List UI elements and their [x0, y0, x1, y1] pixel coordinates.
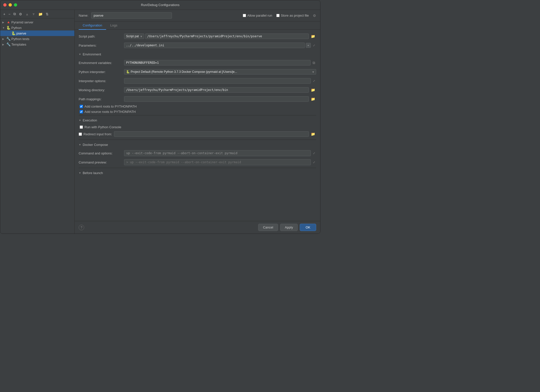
execution-section-header[interactable]: ▼ Execution	[79, 117, 316, 124]
parameters-control: + ⤢	[124, 43, 316, 48]
form-area: Script path: Script path 📁 Parameters:	[75, 30, 320, 221]
sidebar-item-label-python: Python	[11, 26, 21, 30]
tab-configuration[interactable]: Configuration	[79, 21, 106, 30]
add-source-roots-label[interactable]: Add source roots to PYTHONPATH	[84, 110, 136, 114]
env-variables-input[interactable]	[124, 60, 311, 66]
move-down-button[interactable]: ▼	[31, 12, 36, 17]
path-mappings-input[interactable]	[124, 96, 309, 102]
command-preview-control: > up --exit-code-from pyrmaid --abort-on…	[124, 159, 316, 165]
command-preview-row: Command preview: > up --exit-code-from p…	[79, 159, 316, 166]
before-launch-section-label: Before launch	[83, 171, 103, 175]
redirect-input-folder-button[interactable]: 📁	[310, 132, 316, 137]
sidebar-item-python[interactable]: ▼ 🐍 Python	[0, 25, 74, 30]
docker-compose-section-arrow: ▼	[79, 143, 81, 146]
sort-button[interactable]: ⇅	[45, 12, 50, 17]
sidebar-item-templates[interactable]: ▶ 🔧 Templates	[0, 42, 74, 47]
redirect-input-checkbox[interactable]	[79, 133, 82, 136]
window-title: Run/Debug Configurations	[141, 3, 179, 7]
allow-parallel-run-checkbox[interactable]	[243, 14, 246, 17]
main-content: + − ⧉ ⚙ ▲ ▼ 📁 ⇅ ▶ 🔺 Pyramid server	[0, 10, 320, 234]
python-tests-icon: 🔧	[6, 37, 10, 41]
env-variables-control: ⧉	[124, 60, 316, 66]
run-with-console-row: Run with Python Console	[79, 125, 316, 129]
working-directory-row: Working directory: 📁	[79, 86, 316, 93]
parameters-input[interactable]	[124, 43, 305, 48]
run-with-console-label[interactable]: Run with Python Console	[84, 125, 121, 129]
maximize-button[interactable]	[14, 3, 17, 7]
sidebar-item-pyramid-server[interactable]: ▶ 🔺 Pyramid server	[0, 19, 74, 25]
tabs-bar: Configuration Logs	[75, 21, 320, 30]
execution-section-label: Execution	[83, 118, 97, 122]
redirect-input-label[interactable]: Redirect input from:	[83, 132, 112, 136]
path-mappings-control: 📁	[124, 96, 316, 102]
title-bar: Run/Debug Configurations	[0, 0, 320, 10]
cancel-button[interactable]: Cancel	[258, 224, 278, 231]
redirect-input-field[interactable]	[114, 131, 309, 137]
sidebar: + − ⧉ ⚙ ▲ ▼ 📁 ⇅ ▶ 🔺 Pyramid server	[0, 10, 75, 234]
run-with-console-checkbox[interactable]	[80, 125, 83, 129]
script-path-type-select[interactable]: Script path	[124, 34, 144, 39]
interpreter-options-expand-button[interactable]: ⤢	[312, 79, 316, 83]
name-label: Name:	[79, 14, 88, 17]
parameters-add-button[interactable]: +	[306, 43, 311, 48]
move-up-button[interactable]: ▲	[24, 12, 30, 17]
add-content-roots-row: Add content roots to PYTHONPATH	[79, 105, 316, 108]
ok-button[interactable]: OK	[300, 224, 316, 231]
before-launch-section-header[interactable]: ▼ Before launch	[79, 170, 316, 176]
working-directory-folder-button[interactable]: 📁	[310, 87, 316, 92]
script-path-input[interactable]	[145, 34, 309, 39]
working-directory-control: 📁	[124, 87, 316, 93]
docker-compose-section-header[interactable]: ▼ Docker Compose	[79, 141, 316, 148]
store-as-project-file-checkbox[interactable]	[276, 14, 280, 17]
sidebar-tree: ▶ 🔺 Pyramid server ▼ 🐍 Python 🐍 pserve	[0, 18, 74, 234]
expand-arrow-templates: ▶	[2, 43, 5, 46]
sidebar-item-pserve[interactable]: 🐍 pserve	[0, 30, 74, 36]
env-variables-edit-button[interactable]: ⧉	[312, 60, 316, 66]
minimize-button[interactable]	[9, 3, 12, 7]
interpreter-options-input[interactable]	[124, 78, 311, 84]
env-variables-label: Environment variables:	[79, 61, 124, 65]
run-debug-configurations-window: Run/Debug Configurations + − ⧉ ⚙ ▲ ▼ 📁 ⇅…	[0, 0, 320, 234]
add-content-roots-label[interactable]: Add content roots to PYTHONPATH	[84, 105, 137, 108]
command-options-value[interactable]: up --exit-code-from pyrmaid --abort-on-c…	[124, 150, 311, 156]
command-options-expand-button[interactable]: ⤢	[312, 151, 316, 155]
help-button[interactable]: ?	[79, 225, 84, 230]
command-preview-label: Command preview:	[79, 160, 124, 164]
remove-configuration-button[interactable]: −	[7, 12, 11, 17]
working-directory-label: Working directory:	[79, 88, 124, 92]
python-interpreter-select[interactable]: 🐍 Project Default (Remote Python 3.7.3 D…	[124, 69, 316, 75]
sidebar-item-label-pserve: pserve	[16, 31, 26, 35]
settings-button[interactable]: ⚙	[18, 12, 23, 17]
sidebar-item-python-tests[interactable]: ▶ 🔧 Python tests	[0, 36, 74, 42]
parameters-expand-button[interactable]: ⤢	[312, 43, 316, 48]
script-path-label: Script path:	[79, 35, 124, 38]
script-path-folder-button[interactable]: 📁	[310, 34, 316, 39]
env-variables-row: Environment variables: ⧉	[79, 59, 316, 66]
add-content-roots-checkbox[interactable]	[80, 105, 83, 108]
close-button[interactable]	[3, 3, 7, 7]
add-source-roots-checkbox[interactable]	[80, 110, 83, 113]
tab-logs[interactable]: Logs	[106, 21, 121, 30]
docker-compose-section-label: Docker Compose	[83, 143, 108, 147]
environment-section-header[interactable]: ▼ Environment	[79, 51, 316, 58]
command-preview-expand-button[interactable]: ⤢	[312, 160, 316, 165]
redirect-input-control: 📁	[114, 131, 316, 137]
script-path-control: Script path 📁	[124, 34, 316, 39]
parameters-label: Parameters:	[79, 44, 124, 47]
interpreter-options-row: Interpreter options: ⤢	[79, 77, 316, 84]
command-options-control: up --exit-code-from pyrmaid --abort-on-c…	[124, 150, 316, 156]
apply-button[interactable]: Apply	[280, 224, 298, 231]
command-preview-value: > up --exit-code-from pyrmaid --abort-on…	[124, 159, 311, 165]
name-input[interactable]	[91, 12, 172, 19]
gear-icon[interactable]: ⚙	[313, 14, 316, 18]
templates-icon: 🔧	[6, 42, 10, 46]
parameters-row: Parameters: + ⤢	[79, 42, 316, 49]
path-mappings-folder-button[interactable]: 📁	[310, 96, 316, 102]
python-icon: 🐍	[6, 26, 10, 30]
redirect-input-row: Redirect input from: 📁	[79, 130, 316, 138]
working-directory-input[interactable]	[124, 87, 309, 93]
add-configuration-button[interactable]: +	[2, 12, 6, 17]
add-source-roots-row: Add source roots to PYTHONPATH	[79, 110, 316, 114]
folder-button[interactable]: 📁	[37, 12, 44, 17]
copy-configuration-button[interactable]: ⧉	[12, 11, 17, 17]
